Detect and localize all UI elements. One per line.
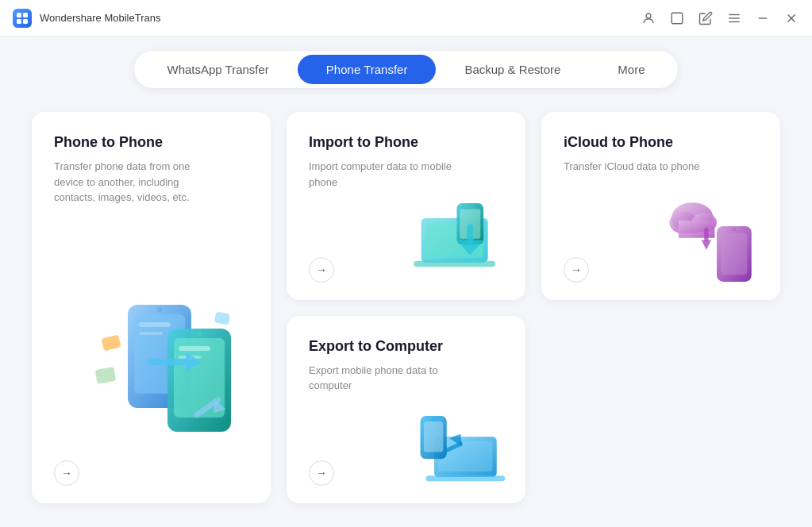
svg-rect-22	[148, 359, 187, 365]
card-export-to-computer[interactable]: Export to Computer Export mobile phone d…	[287, 316, 525, 504]
svg-rect-14	[139, 322, 171, 327]
svg-rect-43	[704, 227, 708, 241]
svg-point-4	[646, 13, 651, 18]
svg-marker-44	[702, 240, 711, 249]
nav-bar: WhatsApp Transfer Phone Transfer Backup …	[0, 37, 812, 104]
svg-rect-19	[179, 346, 210, 351]
card-import-arrow[interactable]: →	[309, 257, 334, 283]
tab-whatsapp[interactable]: WhatsApp Transfer	[138, 55, 297, 84]
svg-rect-26	[95, 367, 117, 384]
svg-point-50	[432, 417, 435, 421]
svg-rect-0	[17, 13, 21, 17]
svg-rect-25	[214, 312, 230, 325]
minimize-button[interactable]	[755, 10, 771, 26]
tab-backup[interactable]: Backup & Restore	[436, 55, 589, 84]
svg-rect-3	[23, 19, 28, 24]
svg-rect-2	[17, 19, 21, 24]
window-icon[interactable]	[669, 10, 685, 26]
card-phone-to-phone-arrow[interactable]: →	[54, 460, 79, 486]
card-phone-to-phone-title: Phone to Phone	[54, 134, 248, 151]
card-phone-to-phone[interactable]: Phone to Phone Transfer phone data from …	[32, 112, 271, 503]
svg-rect-49	[424, 421, 444, 452]
nav-tabs: WhatsApp Transfer Phone Transfer Backup …	[134, 51, 677, 88]
svg-point-21	[197, 331, 202, 336]
svg-rect-15	[139, 332, 163, 335]
app-title: Wondershare MobileTrans	[40, 12, 160, 24]
phone-to-phone-illustration	[88, 273, 263, 464]
svg-rect-42	[679, 220, 715, 237]
app-icon	[13, 9, 32, 28]
svg-rect-35	[468, 224, 473, 244]
icloud-illustration	[661, 181, 772, 292]
card-export-arrow[interactable]: →	[309, 460, 334, 486]
svg-rect-31	[414, 260, 495, 266]
tab-phone[interactable]: Phone Transfer	[298, 55, 437, 84]
title-bar-controls	[641, 10, 799, 26]
card-phone-to-phone-desc: Transfer phone data from one device to a…	[54, 159, 197, 206]
close-button[interactable]	[783, 10, 799, 26]
menu-icon[interactable]	[726, 10, 742, 26]
card-icloud-title: iCloud to Phone	[564, 134, 758, 151]
profile-icon[interactable]	[641, 10, 656, 26]
card-icloud-to-phone[interactable]: iCloud to Phone Transfer iCloud data to …	[541, 112, 780, 300]
tab-more[interactable]: More	[589, 55, 673, 84]
svg-rect-1	[23, 13, 28, 17]
import-illustration	[406, 181, 518, 292]
cards-grid: Phone to Phone Transfer phone data from …	[32, 112, 780, 503]
card-export-desc: Export mobile phone data to computer	[309, 363, 452, 394]
card-export-title: Export to Computer	[309, 338, 503, 355]
title-bar: Wondershare MobileTrans	[0, 0, 812, 37]
export-illustration	[406, 392, 518, 495]
svg-rect-24	[101, 334, 121, 351]
svg-point-38	[733, 228, 736, 231]
svg-point-16	[157, 307, 162, 312]
svg-rect-47	[426, 475, 506, 481]
svg-rect-5	[672, 13, 683, 24]
card-import-to-phone[interactable]: Import to Phone Import computer data to …	[287, 112, 525, 300]
svg-rect-37	[721, 233, 747, 275]
title-bar-left: Wondershare MobileTrans	[13, 9, 160, 28]
card-icloud-arrow[interactable]: →	[564, 257, 589, 283]
main-content: Phone to Phone Transfer phone data from …	[0, 104, 812, 527]
card-icloud-desc: Transfer iCloud data to phone	[564, 159, 706, 175]
edit-icon[interactable]	[698, 10, 714, 26]
card-import-title: Import to Phone	[309, 134, 503, 151]
